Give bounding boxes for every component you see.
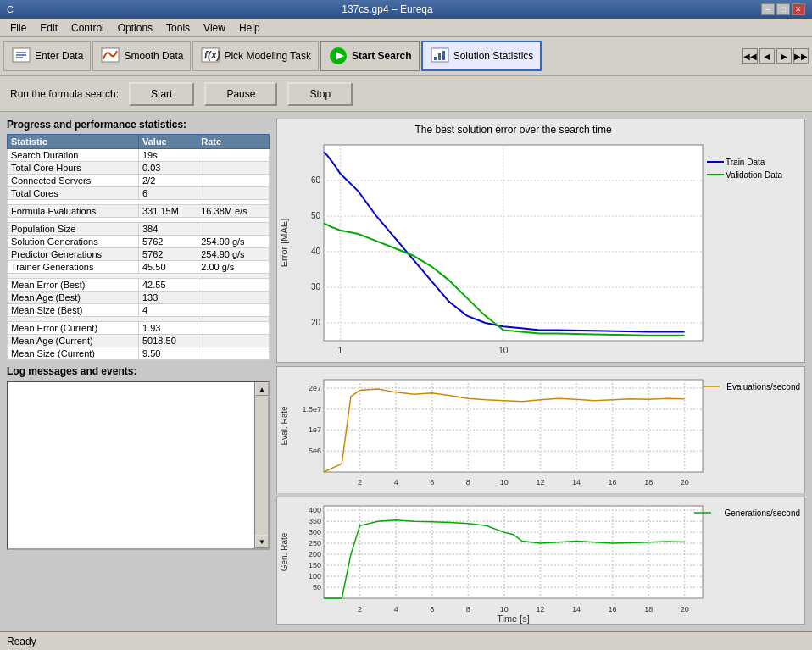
start-icon (328, 46, 348, 66)
start-button[interactable]: Start (129, 82, 194, 106)
nav-controls: ◀◀ ◀ ▶ ▶▶ (742, 48, 809, 64)
table-row: Mean Age (Best)133 (8, 292, 270, 304)
nav-last-button[interactable]: ▶▶ (793, 48, 809, 64)
stats-section: Progress and performance statistics: Sta… (7, 119, 270, 360)
main-chart (276, 119, 805, 363)
pick-task-button[interactable]: f(x) Pick Modeling Task (192, 41, 319, 71)
solution-stats-button[interactable]: Solution Statistics (421, 41, 542, 71)
svg-rect-11 (438, 53, 441, 60)
smooth-data-label: Smooth Data (124, 50, 183, 62)
enter-data-label: Enter Data (35, 50, 83, 62)
stats-table: Statistic Value Rate Search Duration19sT… (7, 134, 270, 360)
svg-text:f(x): f(x) (204, 49, 220, 61)
start-search-label: Start Search (352, 50, 412, 62)
pause-button[interactable]: Pause (204, 82, 277, 106)
table-row: Connected Servers2/2 (8, 175, 270, 187)
main-content: Progress and performance statistics: Sta… (0, 112, 812, 631)
svg-rect-10 (434, 57, 437, 60)
smooth-data-button[interactable]: Smooth Data (92, 41, 191, 71)
nav-prev-button[interactable]: ◀ (759, 48, 775, 64)
menu-item-options[interactable]: Options (111, 20, 159, 36)
table-row: Mean Error (Current)1.93 (8, 322, 270, 335)
log-container: ▲ ▼ (7, 381, 270, 550)
menu-item-view[interactable]: View (197, 20, 232, 36)
nav-next-button[interactable]: ▶ (776, 48, 792, 64)
log-section: Log messages and events: ▲ ▼ (7, 365, 270, 625)
table-row: Mean Size (Best)4 (8, 304, 270, 317)
table-row: Population Size384 (8, 223, 270, 236)
table-row: Mean Error (Best)42.55 (8, 279, 270, 292)
enter-data-button[interactable]: Enter Data (3, 41, 91, 71)
gen-chart-canvas (277, 497, 804, 624)
svg-rect-12 (442, 51, 445, 60)
menu-item-tools[interactable]: Tools (159, 20, 197, 36)
start-search-button[interactable]: Start Search (320, 41, 420, 71)
menu-item-file[interactable]: File (3, 20, 33, 36)
search-controls: Run the formula search: Start Pause Stop (0, 76, 812, 112)
col-statistic: Statistic (8, 135, 139, 149)
status-text: Ready (7, 636, 36, 647)
scroll-up-button[interactable]: ▲ (255, 382, 269, 396)
eval-chart-canvas (277, 367, 804, 493)
minimize-button[interactable]: ─ (761, 3, 775, 15)
col-rate: Rate (197, 135, 270, 149)
titlebar: C 137cs.gp4 – Eureqa ─ □ ✕ (0, 0, 812, 19)
table-row: Mean Age (Current)5018.50 (8, 335, 270, 347)
menu-item-help[interactable]: Help (232, 20, 267, 36)
table-row: Formula Evaluations331.15M16.38M e/s (8, 205, 270, 218)
table-row: Solution Generations5762254.90 g/s (8, 236, 270, 248)
scroll-track (255, 396, 268, 535)
search-label: Run the formula search: (10, 88, 119, 100)
menubar: FileEditControlOptionsToolsViewHelp (0, 19, 812, 37)
menu-item-control[interactable]: Control (64, 20, 111, 36)
table-row: Predictor Generations5762254.90 g/s (8, 248, 270, 261)
close-button[interactable]: ✕ (792, 3, 805, 15)
right-panel (276, 119, 805, 625)
solution-stats-label: Solution Statistics (453, 50, 534, 62)
gen-chart (276, 497, 805, 625)
titlebar-icon: C (7, 4, 14, 14)
eval-chart (276, 366, 805, 494)
main-chart-canvas (277, 119, 804, 362)
log-title: Log messages and events: (7, 365, 270, 377)
scroll-down-button[interactable]: ▼ (255, 535, 269, 548)
statusbar: Ready (0, 631, 812, 650)
table-row: Trainer Generations45.502.00 g/s (8, 261, 270, 274)
nav-first-button[interactable]: ◀◀ (742, 48, 758, 64)
stop-button[interactable]: Stop (287, 82, 353, 106)
pick-task-label: Pick Modeling Task (224, 50, 311, 62)
smooth-data-icon (100, 46, 120, 66)
solution-stats-icon (430, 46, 450, 66)
toolbar: Enter Data Smooth Data f(x) Pick Modelin… (0, 37, 812, 76)
window-controls: ─ □ ✕ (761, 3, 805, 15)
stats-title: Progress and performance statistics: (7, 119, 270, 131)
table-row: Mean Size (Current)9.50 (8, 347, 270, 360)
table-row: Search Duration19s (8, 149, 270, 162)
left-panel: Progress and performance statistics: Sta… (7, 119, 270, 625)
pick-task-icon: f(x) (200, 46, 220, 66)
enter-data-icon (11, 46, 31, 66)
table-row: Total Core Hours0.03 (8, 162, 270, 175)
col-value: Value (139, 135, 197, 149)
menu-item-edit[interactable]: Edit (33, 20, 64, 36)
titlebar-title: 137cs.gp4 – Eureqa (342, 3, 432, 15)
table-row: Total Cores6 (8, 187, 270, 200)
maximize-button[interactable]: □ (776, 3, 790, 15)
log-scrollbar: ▲ ▼ (254, 382, 268, 548)
